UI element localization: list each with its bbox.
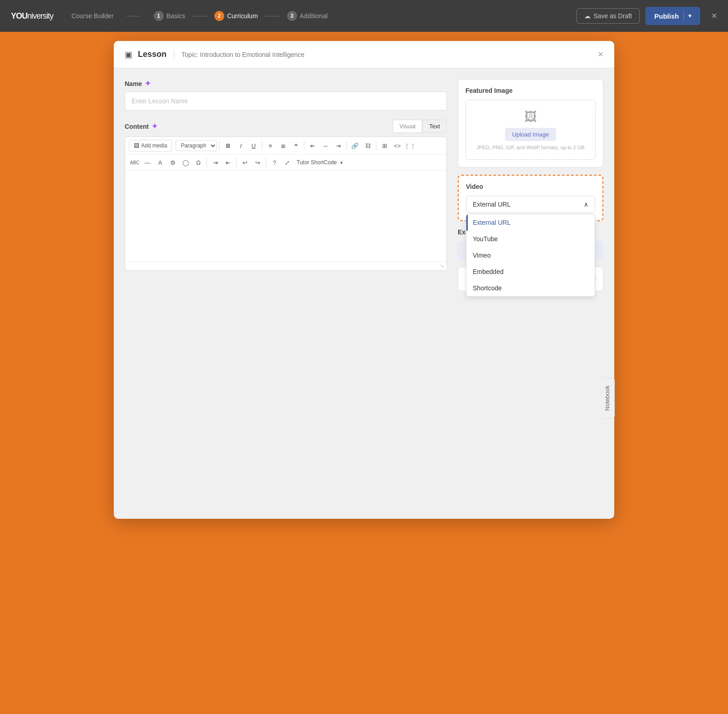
image-icon: 🖼 [134, 142, 139, 149]
editor-toolbar-top: 🖼 Add media Paragraph B I U ≡ [125, 137, 446, 155]
resize-icon: ⤡ [440, 263, 445, 269]
nav-separator-3: —— [265, 12, 280, 20]
content-section: Content ✦ Visual Text 🖼 [125, 120, 447, 271]
align-center-button[interactable]: ↔ [319, 140, 331, 152]
add-media-button[interactable]: 🖼 Add media [129, 140, 172, 152]
modal-header-divider [174, 50, 174, 60]
nav-separator-2: —— [192, 12, 207, 20]
chevron-down-icon: ▾ [688, 13, 691, 19]
font-color-button[interactable]: A [154, 157, 166, 168]
upload-hint: JPEG, PNG, GIF, and WebP formats, up to … [476, 145, 584, 150]
grid-button[interactable]: ⋮⋮ [404, 140, 416, 152]
editor-resize-handle[interactable]: ⤡ [125, 262, 446, 270]
editor-content[interactable] [125, 171, 446, 262]
link-button[interactable]: 🔗 [349, 140, 361, 152]
unlink-button[interactable]: ⛓ [362, 140, 374, 152]
video-source-dropdown-wrapper: External URL ∧ External URL YouTube Vime… [466, 196, 595, 213]
chevron-up-icon: ∧ [584, 201, 588, 208]
cloud-icon: ☁ [584, 12, 591, 20]
shortcode-arrow: ▾ [340, 160, 343, 165]
align-left-button[interactable]: ⇤ [307, 140, 318, 152]
main-area: ▣ Lesson Topic: Introduction to Emotiona… [0, 32, 728, 714]
step-additional[interactable]: 3 Additional [287, 11, 328, 21]
outdent-button[interactable]: ⇤ [222, 157, 234, 168]
visual-text-tabs: Visual Text [393, 120, 447, 133]
publish-divider [683, 11, 684, 20]
modal-title: Lesson [138, 50, 167, 59]
name-label: Name ✦ [125, 79, 447, 88]
abc-button[interactable]: ABC [129, 157, 141, 168]
video-source-dropdown-menu: External URL YouTube Vimeo Embedded Shor… [466, 214, 595, 297]
editor-toolbar-bottom: ABC — A ⚙ ◯ Ω ⇥ ⇤ ↩ ↪ [125, 155, 446, 171]
content-label: Content ✦ [125, 122, 157, 131]
image-upload-icon: 🖼 [524, 109, 537, 124]
blockquote-button[interactable]: ❝ [290, 140, 302, 152]
modal-close-button[interactable]: × [598, 49, 603, 60]
toolbar-separator-1 [219, 141, 220, 150]
toolbar-separator-3 [304, 141, 304, 150]
featured-image-title: Featured Image [465, 87, 596, 94]
right-panel: Featured Image 🖼 Upload Image JPEG, PNG,… [458, 79, 603, 291]
close-nav-button[interactable]: × [711, 10, 717, 22]
tab-text[interactable]: Text [422, 120, 447, 133]
modal-subtitle: Topic: Introduction to Emotional Intelli… [182, 51, 304, 58]
shortcode-dropdown[interactable]: Tutor ShortCode [294, 157, 339, 168]
image-upload-area: 🖼 Upload Image JPEG, PNG, GIF, and WebP … [465, 100, 596, 160]
help-button[interactable]: ? [268, 157, 280, 168]
ordered-list-button[interactable]: ≣ [277, 140, 289, 152]
align-right-button[interactable]: ⇥ [332, 140, 344, 152]
video-title: Video [466, 183, 595, 190]
fullscreen-button[interactable]: ⤢ [281, 157, 293, 168]
step-curriculum[interactable]: 2 Curriculum [214, 11, 258, 21]
left-panel: Name ✦ Content ✦ Visual Text [125, 79, 447, 291]
code-button[interactable]: <> [391, 140, 403, 152]
tab-visual[interactable]: Visual [393, 120, 422, 133]
nav-steps: 1 Basics —— 2 Curriculum —— 3 Additional [154, 11, 568, 21]
step-basics[interactable]: 1 Basics [154, 11, 185, 21]
notebook-tab[interactable]: Notebook [600, 378, 615, 419]
video-source-dropdown[interactable]: External URL ∧ [466, 196, 595, 213]
toolbar-separator-2 [262, 141, 262, 150]
dropdown-item-shortcode[interactable]: Shortcode [466, 280, 595, 296]
undo-button[interactable]: ↩ [239, 157, 251, 168]
content-header: Content ✦ Visual Text [125, 120, 447, 133]
hr-button[interactable]: — [142, 157, 153, 168]
featured-image-section: Featured Image 🖼 Upload Image JPEG, PNG,… [458, 79, 603, 167]
lesson-icon: ▣ [125, 50, 132, 60]
custom-char-button[interactable]: ⚙ [167, 157, 179, 168]
omega-button[interactable]: Ω [192, 157, 204, 168]
bold-button[interactable]: B [222, 140, 234, 152]
upload-image-button[interactable]: Upload Image [505, 128, 556, 141]
dropdown-item-embedded[interactable]: Embedded [466, 263, 595, 280]
dropdown-item-vimeo[interactable]: Vimeo [466, 247, 595, 263]
modal-body: Name ✦ Content ✦ Visual Text [114, 68, 614, 302]
video-section: Video External URL ∧ External URL YouTub… [458, 175, 603, 221]
toolbar-bottom-sep-3 [266, 158, 266, 167]
dropdown-item-youtube[interactable]: YouTube [466, 231, 595, 247]
nav-separator-1: —— [126, 12, 141, 20]
toolbar-separator-4 [346, 141, 347, 150]
toolbar-bottom-sep-1 [207, 158, 207, 167]
lesson-modal: ▣ Lesson Topic: Introduction to Emotiona… [114, 41, 614, 519]
dropdown-item-external-url[interactable]: External URL [466, 214, 595, 231]
publish-button[interactable]: Publish ▾ [645, 7, 700, 25]
modal-header: ▣ Lesson Topic: Introduction to Emotiona… [114, 41, 614, 68]
breadcrumb-course-builder: Course Builder [71, 12, 114, 20]
ai-sparkle-icon: ✦ [145, 79, 151, 88]
editor-wrapper: 🖼 Add media Paragraph B I U ≡ [125, 137, 447, 271]
eraser-button[interactable]: ◯ [180, 157, 192, 168]
redo-button[interactable]: ↪ [252, 157, 263, 168]
lesson-name-input[interactable] [125, 91, 447, 111]
paragraph-select[interactable]: Paragraph [176, 140, 217, 151]
indent-button[interactable]: ⇥ [209, 157, 221, 168]
unordered-list-button[interactable]: ≡ [264, 140, 276, 152]
table-button[interactable]: ⊞ [379, 140, 390, 152]
toolbar-bottom-sep-2 [236, 158, 237, 167]
content-ai-icon: ✦ [152, 122, 157, 131]
italic-button[interactable]: I [235, 140, 247, 152]
top-navigation: YOUniversity Course Builder —— 1 Basics … [0, 0, 728, 32]
save-draft-button[interactable]: ☁ Save as Draft [576, 8, 640, 24]
logo: YOUniversity [11, 11, 53, 21]
toolbar-separator-5 [376, 141, 376, 150]
underline-button[interactable]: U [248, 140, 259, 152]
